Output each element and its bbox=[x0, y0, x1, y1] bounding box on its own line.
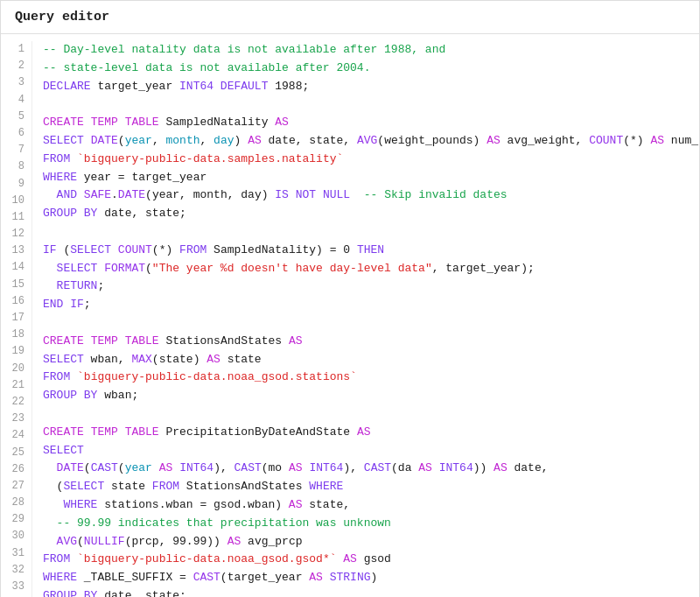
token-plain: wban; bbox=[97, 389, 138, 402]
token-plain: year = target_year bbox=[77, 171, 206, 184]
token-plain: StationsAndStates bbox=[159, 334, 289, 348]
token-plain bbox=[118, 425, 125, 439]
token-plain: state bbox=[104, 480, 152, 493]
token-plain: num_births bbox=[664, 134, 699, 147]
token-kw: GROUP BY bbox=[43, 207, 97, 220]
token-kw2: TEMP bbox=[91, 425, 118, 439]
line-number: 12 bbox=[8, 226, 24, 242]
token-plain: StationsAndStates bbox=[179, 480, 309, 493]
editor-area[interactable]: 1234567891011121314151617181920212223242… bbox=[1, 34, 699, 597]
token-comment: -- Day-level natality data is not availa… bbox=[43, 43, 445, 56]
token-kw: IF bbox=[43, 243, 57, 256]
line-number: 18 bbox=[8, 327, 24, 343]
token-plain: ), bbox=[214, 461, 234, 474]
line-number: 19 bbox=[8, 343, 24, 360]
token-kw2: TABLE bbox=[125, 334, 159, 348]
line-number: 10 bbox=[8, 193, 24, 209]
token-col: year bbox=[125, 134, 152, 147]
code-line: FROM `bigquery-public-data.noaa_gsod.gso… bbox=[43, 551, 699, 569]
code-line: IF (SELECT COUNT(*) FROM SampledNatality… bbox=[43, 242, 699, 260]
token-kw: STRING bbox=[330, 571, 371, 584]
token-kw2: CREATE bbox=[43, 425, 84, 439]
token-plain bbox=[118, 334, 125, 348]
line-number: 25 bbox=[8, 445, 24, 461]
token-kw: WHERE bbox=[43, 171, 77, 184]
token-plain: ( bbox=[118, 134, 125, 147]
token-kw2: AS bbox=[418, 461, 432, 474]
token-kw: INT64 bbox=[439, 461, 473, 474]
token-plain: ( bbox=[57, 243, 71, 256]
code-line: SELECT bbox=[43, 442, 699, 460]
token-kw: INT64 bbox=[179, 80, 214, 93]
token-kw: THEN bbox=[357, 243, 384, 256]
token-fn: MAX bbox=[131, 353, 151, 366]
token-kw2: AS bbox=[494, 461, 508, 474]
token-kw2: AS bbox=[289, 334, 303, 348]
token-plain bbox=[43, 188, 57, 201]
token-plain bbox=[350, 188, 364, 201]
code-line: GROUP BY date, state; bbox=[43, 205, 699, 223]
token-plain: avg_prcp bbox=[241, 535, 302, 548]
line-number: 6 bbox=[8, 125, 24, 142]
token-kw: RETURN bbox=[57, 279, 98, 292]
token-plain: date, state; bbox=[97, 589, 186, 597]
token-kw: CAST bbox=[234, 461, 262, 474]
token-plain bbox=[43, 535, 57, 548]
token-plain bbox=[172, 461, 179, 474]
token-plain: date, state, bbox=[262, 134, 357, 147]
token-fn: DATE bbox=[118, 188, 145, 201]
token-kw2: AS bbox=[206, 353, 220, 366]
token-plain: ( bbox=[145, 262, 152, 275]
token-kw: SELECT bbox=[43, 444, 84, 457]
token-fn: DATE bbox=[91, 134, 118, 147]
token-kw2: AS bbox=[248, 134, 262, 147]
token-plain bbox=[77, 188, 84, 201]
code-line: CREATE TEMP TABLE SampledNatality AS bbox=[43, 114, 699, 132]
token-kw: FROM bbox=[152, 480, 179, 493]
token-plain bbox=[214, 80, 220, 93]
token-plain bbox=[70, 552, 77, 565]
token-plain: date, state; bbox=[97, 207, 186, 220]
query-editor-window: Query editor 123456789101112131415161718… bbox=[0, 0, 700, 597]
code-line bbox=[43, 95, 699, 114]
token-plain: )) bbox=[473, 461, 494, 474]
token-plain bbox=[43, 279, 57, 292]
line-number: 16 bbox=[8, 293, 24, 310]
token-fn: COUNT bbox=[118, 243, 152, 256]
token-kw: WHERE bbox=[63, 498, 97, 511]
line-number: 3 bbox=[8, 74, 24, 91]
token-plain: _TABLE_SUFFIX = bbox=[77, 571, 193, 584]
token-fn: AVG bbox=[57, 535, 77, 548]
token-fn: SAFE bbox=[84, 188, 111, 201]
token-plain bbox=[152, 461, 159, 474]
token-plain bbox=[84, 334, 91, 348]
line-number: 31 bbox=[8, 545, 24, 562]
token-kw2: TABLE bbox=[125, 425, 159, 439]
window-title: Query editor bbox=[15, 10, 109, 25]
token-kw: SELECT bbox=[43, 134, 84, 147]
code-line: AVG(NULLIF(prcp, 99.99)) AS avg_prcp bbox=[43, 533, 699, 551]
token-plain: ( bbox=[118, 461, 125, 474]
token-kw2: AS bbox=[289, 498, 303, 511]
token-plain: stations.wban = gsod.wban) bbox=[97, 498, 288, 511]
token-kw: END IF bbox=[43, 298, 84, 311]
line-number: 22 bbox=[8, 394, 24, 411]
code-line: DATE(CAST(year AS INT64), CAST(mo AS INT… bbox=[43, 460, 699, 478]
token-kw: FROM bbox=[43, 152, 70, 165]
token-kw: WHERE bbox=[309, 480, 343, 493]
line-number: 1 bbox=[8, 41, 24, 58]
token-plain: ), bbox=[343, 461, 363, 474]
token-kw2: TEMP bbox=[91, 334, 118, 348]
token-kw: FROM bbox=[43, 552, 70, 565]
token-kw: DECLARE bbox=[43, 80, 91, 93]
token-plain bbox=[43, 262, 57, 275]
token-kw2: AS bbox=[159, 461, 173, 474]
line-number: 24 bbox=[8, 427, 24, 444]
token-plain: (mo bbox=[262, 461, 289, 474]
token-fn: NULLIF bbox=[84, 535, 125, 548]
token-str: "The year %d doesn't have day-level data… bbox=[152, 262, 432, 275]
token-plain bbox=[70, 152, 77, 165]
code-content[interactable]: -- Day-level natality data is not availa… bbox=[32, 41, 699, 597]
code-line: CREATE TEMP TABLE PrecipitationByDateAnd… bbox=[43, 424, 699, 442]
line-number: 13 bbox=[8, 242, 24, 259]
